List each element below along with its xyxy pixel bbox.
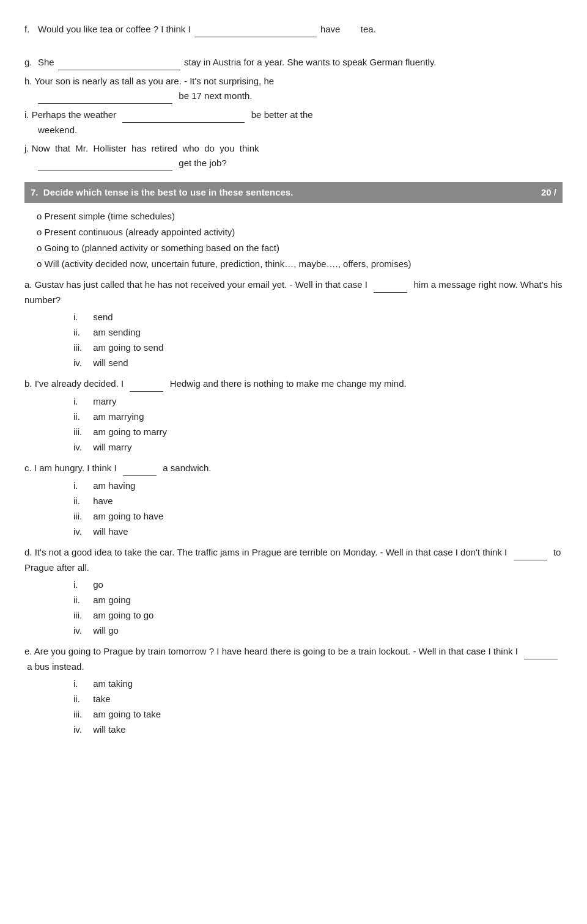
- letter-g: g.: [24, 55, 38, 70]
- item-g: g. She stay in Austria for a year. She w…: [24, 55, 563, 70]
- blank-h[interactable]: [38, 89, 172, 104]
- blank-f[interactable]: [194, 22, 317, 37]
- option-b-i: i. marry: [73, 394, 563, 409]
- bullet-2: Present continuous (already appointed ac…: [37, 225, 563, 240]
- item-f-text1: Would you like tea or coffee ? I think I: [38, 22, 193, 37]
- option-a-ii: ii. am sending: [73, 325, 563, 340]
- item-i-text1: Perhaps the weather: [32, 109, 119, 120]
- header-items: f. Would you like tea or coffee ? I thin…: [24, 22, 563, 171]
- letter-h: h.: [24, 76, 32, 86]
- blank-e[interactable]: [524, 644, 558, 659]
- option-e-ii: ii. take: [73, 692, 563, 706]
- option-a-i: i. send: [73, 310, 563, 324]
- q-c-options: i. am having ii. have iii. am going to h…: [73, 479, 563, 539]
- item-h: h. Your son is nearly as tall as you are…: [24, 74, 563, 104]
- option-c-iii: iii. am going to have: [73, 509, 563, 524]
- q-d-options: i. go ii. am going iii. am going to go i…: [73, 578, 563, 638]
- section7-header: 7. Decide which tense is the best to use…: [24, 182, 563, 203]
- question-e: e. Are you going to Prague by train tomo…: [24, 644, 563, 737]
- option-c-ii: ii. have: [73, 494, 563, 508]
- q-b-options: i. marry ii. am marrying iii. am going t…: [73, 394, 563, 455]
- q-a-letter: a.: [24, 279, 32, 290]
- bullet-3: Going to (planned activity or something …: [37, 241, 563, 255]
- bullet-1: Present simple (time schedules): [37, 209, 563, 224]
- blank-d[interactable]: [514, 545, 547, 560]
- option-a-iv: iv. will send: [73, 356, 563, 370]
- q-a-text1: Gustav has just called that he has not r…: [35, 279, 370, 290]
- q-d-letter: d.: [24, 547, 32, 557]
- section7-score: 20 /: [541, 185, 556, 200]
- q-e-options: i. am taking ii. take iii. am going to t…: [73, 676, 563, 737]
- option-c-iv: iv. will have: [73, 524, 563, 539]
- question-b: b. I've already decided. I Hedwig and th…: [24, 376, 563, 455]
- q-e-letter: e.: [24, 646, 32, 656]
- blank-j[interactable]: [38, 156, 172, 171]
- letter-f: f.: [24, 22, 38, 37]
- item-j: j. Now that Mr. Hollister has retired wh…: [24, 141, 563, 171]
- option-e-iv: iv. will take: [73, 722, 563, 737]
- q-b-text2: Hedwig and there is nothing to make me c…: [168, 378, 407, 389]
- section7-title: 7. Decide which tense is the best to use…: [31, 185, 293, 200]
- item-h-text2: be 17 next month.: [176, 90, 252, 101]
- item-f-text2: have: [318, 22, 341, 37]
- option-e-i: i. am taking: [73, 676, 563, 691]
- question-a: a. Gustav has just called that he has no…: [24, 277, 563, 370]
- blank-a[interactable]: [374, 277, 407, 293]
- option-d-i: i. go: [73, 578, 563, 592]
- question-d: d. It's not a good idea to take the car.…: [24, 545, 563, 638]
- option-d-ii: ii. am going: [73, 593, 563, 607]
- bullet-4: Will (activity decided now, uncertain fu…: [37, 257, 563, 271]
- item-i-text3: weekend.: [38, 125, 77, 135]
- blank-g[interactable]: [58, 55, 180, 70]
- section7-bullets: Present simple (time schedules) Present …: [37, 209, 563, 271]
- blank-c[interactable]: [123, 461, 157, 476]
- item-f-text3: tea.: [361, 22, 376, 37]
- q-e-text2: a bus instead.: [24, 661, 84, 672]
- letter-i: i.: [24, 109, 29, 120]
- option-c-i: i. am having: [73, 479, 563, 493]
- item-j-text1: Now that Mr. Hollister has retired who d…: [32, 143, 259, 153]
- item-i: i. Perhaps the weather be better at the …: [24, 108, 563, 138]
- option-e-iii: iii. am going to take: [73, 707, 563, 722]
- q-e-text1: Are you going to Prague by train tomorro…: [34, 646, 520, 656]
- item-i-text2: be better at the: [249, 109, 313, 120]
- question-c: c. I am hungry. I think I a sandwich. i.…: [24, 461, 563, 539]
- item-h-text1: Your son is nearly as tall as you are. -…: [34, 76, 274, 86]
- option-b-iv: iv. will marry: [73, 440, 563, 455]
- option-a-iii: iii. am going to send: [73, 340, 563, 355]
- option-d-iv: iv. will go: [73, 623, 563, 638]
- option-b-ii: ii. am marrying: [73, 409, 563, 424]
- q-d-text1: It's not a good idea to take the car. Th…: [35, 547, 510, 557]
- q-c-text2: a sandwich.: [160, 463, 211, 473]
- letter-j: j.: [24, 143, 29, 153]
- option-d-iii: iii. am going to go: [73, 608, 563, 623]
- item-j-text2: get the job?: [176, 158, 227, 168]
- q-b-letter: b.: [24, 378, 32, 389]
- item-g-text2: stay in Austria for a year. She wants to…: [182, 55, 437, 70]
- q-a-options: i. send ii. am sending iii. am going to …: [73, 310, 563, 370]
- blank-b[interactable]: [130, 376, 163, 392]
- q-c-letter: c.: [24, 463, 32, 473]
- item-f: f. Would you like tea or coffee ? I thin…: [24, 22, 563, 51]
- blank-i[interactable]: [122, 108, 245, 123]
- q-b-text1: I've already decided. I: [35, 378, 127, 389]
- item-g-text1: She: [38, 55, 57, 70]
- option-b-iii: iii. am going to marry: [73, 425, 563, 439]
- q-c-text1: I am hungry. I think I: [34, 463, 119, 473]
